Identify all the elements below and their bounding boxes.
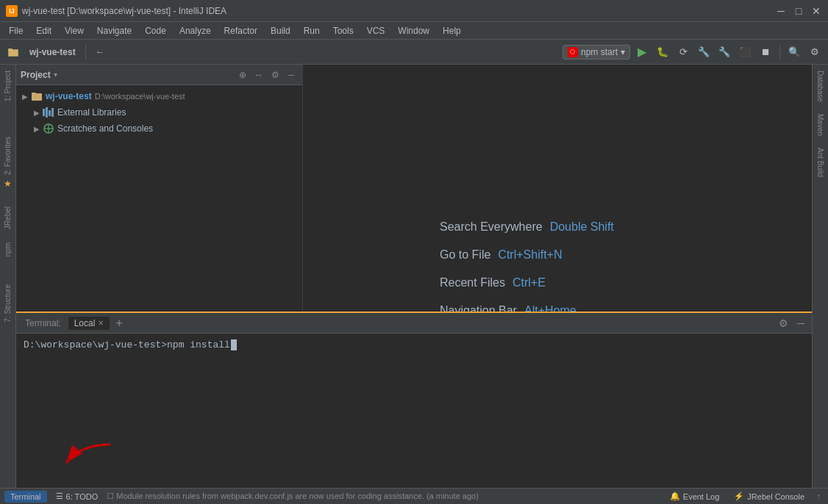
terminal-status-btn[interactable]: Terminal <box>4 491 47 503</box>
panel-close-btn[interactable]: ─ <box>285 68 298 82</box>
sidebar-item-ant-build[interactable]: Ant Build <box>815 142 826 183</box>
run-config-dropdown-icon: ▾ <box>621 47 625 57</box>
tree-item-scratches[interactable]: ▶ Scratches and Consoles <box>16 120 302 137</box>
panel-header: Project ▾ ⊕ ↔ ⚙ ─ <box>16 65 302 85</box>
sidebar-item-structure[interactable]: 7: Structure <box>4 281 12 325</box>
window-controls: ─ □ ✕ <box>775 5 822 17</box>
menu-code[interactable]: Code <box>139 24 172 37</box>
external-libs-icon <box>43 107 54 118</box>
run-button[interactable]: ▶ <box>633 43 651 61</box>
status-checkbox: ☐ <box>107 492 114 500</box>
shortcut-search-key: Double Shift <box>550 220 614 234</box>
toolbar-back-btn[interactable]: ← <box>91 43 109 61</box>
debug-button[interactable]: 🐛 <box>654 43 671 61</box>
favorites-star-icon: ★ <box>0 179 16 189</box>
svg-rect-4 <box>32 93 36 95</box>
run-coverage-button[interactable]: ⟳ <box>674 43 692 61</box>
jrebel-label: JRebel Console <box>747 492 804 501</box>
status-message-text: Module resolution rules from webpack.dev… <box>116 492 479 500</box>
jrebel-console-btn[interactable]: ⚡ JRebel Console <box>728 490 810 503</box>
sidebar-item-favorites[interactable]: 2: Favorites <box>4 134 12 178</box>
search-everywhere-btn[interactable]: 🔍 <box>785 43 803 61</box>
sidebar-item-maven[interactable]: Maven <box>815 108 826 142</box>
terminal-tab-bar: Terminal: Local ✕ + ⚙ ─ <box>16 313 812 334</box>
sidebar-item-npm[interactable]: npm <box>4 240 12 259</box>
tree-arrow-external-libs: ▶ <box>31 109 43 117</box>
tree-path-project: D:\workspace\wj-vue-test <box>95 92 185 101</box>
left-sidebar: 1: Project 2: Favorites ★ JRebel npm 7: … <box>0 65 16 488</box>
svg-rect-8 <box>51 108 54 117</box>
menu-refactor[interactable]: Refactor <box>218 24 263 37</box>
toolbar-extra-btn4[interactable]: ⏹ <box>757 43 774 61</box>
sidebar-item-database[interactable]: Database <box>815 65 826 108</box>
terminal-tab-close-btn[interactable]: ✕ <box>98 319 104 327</box>
menu-run[interactable]: Run <box>298 24 326 37</box>
svg-rect-2 <box>9 50 18 56</box>
tree-label-project: wj-vue-test <box>46 91 92 101</box>
menu-tools[interactable]: Tools <box>327 24 360 37</box>
maximize-button[interactable]: □ <box>793 5 804 17</box>
shortcut-recent-label: Recent Files <box>440 276 505 289</box>
terminal-minimize-btn[interactable]: ─ <box>794 316 807 331</box>
terminal-prompt: D:\workspace\wj-vue-test>npm install <box>24 339 804 350</box>
shortcut-goto-label: Go to File <box>440 248 490 262</box>
todo-status-label: 6: TODO <box>66 492 99 501</box>
menu-window[interactable]: Window <box>392 24 435 37</box>
toolbar-extra-btn2[interactable]: 🔧 <box>715 43 733 61</box>
close-button[interactable]: ✕ <box>810 5 822 17</box>
jrebel-icon: ⚡ <box>734 492 744 501</box>
menu-view[interactable]: View <box>59 24 90 37</box>
menu-bar: File Edit View Navigate Code Analyze Ref… <box>0 22 828 40</box>
terminal-local-tab[interactable]: Local ✕ <box>68 317 110 330</box>
project-folder-icon <box>31 90 43 102</box>
toolbar-extra-btn3[interactable]: ⬛ <box>736 43 754 61</box>
app-icon: IJ <box>6 5 18 17</box>
event-log-icon: 🔔 <box>670 492 680 501</box>
tree-label-scratches: Scratches and Consoles <box>57 123 153 134</box>
title-bar: IJ wj-vue-test [D:\workspace\wj-vue-test… <box>0 0 828 22</box>
terminal-command: D:\workspace\wj-vue-test>npm install <box>24 339 230 350</box>
menu-analyze[interactable]: Analyze <box>174 24 217 37</box>
event-log-label: Event Log <box>683 492 720 501</box>
panel-title: Project <box>21 70 51 80</box>
terminal-cursor <box>231 339 237 350</box>
status-expand-btn[interactable]: ↑ <box>813 490 824 503</box>
sidebar-item-project[interactable]: 1: Project <box>4 68 12 104</box>
menu-build[interactable]: Build <box>265 24 296 37</box>
terminal-add-tab-btn[interactable]: + <box>113 317 125 330</box>
menu-navigate[interactable]: Navigate <box>91 24 138 37</box>
terminal-panel: Terminal: Local ✕ + ⚙ ─ D:\workspace\wj-… <box>16 312 812 488</box>
svg-rect-6 <box>46 107 48 118</box>
panel-dropdown-icon[interactable]: ▾ <box>54 71 57 79</box>
shortcut-search-label: Search Everywhere <box>440 220 543 234</box>
run-config-selector[interactable]: ⬡ npm start ▾ <box>563 45 630 60</box>
menu-edit[interactable]: Edit <box>30 24 57 37</box>
tree-item-external-libs[interactable]: ▶ External Libraries <box>16 104 302 120</box>
menu-vcs[interactable]: VCS <box>361 24 391 37</box>
panel-collapse-btn[interactable]: ↔ <box>252 68 265 82</box>
sidebar-item-jrebel[interactable]: JRebel <box>4 204 12 232</box>
shortcut-recent-key: Ctrl+E <box>513 276 546 289</box>
panel-settings-btn[interactable]: ⚙ <box>268 68 282 82</box>
toolbar-separator <box>85 45 86 60</box>
toolbar-separator2 <box>779 45 780 60</box>
panel-add-btn[interactable]: ⊕ <box>236 68 249 82</box>
local-tab-label: Local <box>74 318 96 328</box>
npm-icon: ⬡ <box>568 47 578 57</box>
folder-icon <box>4 43 22 61</box>
minimize-button[interactable]: ─ <box>775 5 787 17</box>
shortcut-hint-recent: Recent Files Ctrl+E <box>440 276 675 289</box>
tree-item-project[interactable]: ▶ wj-vue-test D:\workspace\wj-vue-test <box>16 88 302 104</box>
terminal-status-label: Terminal <box>10 492 41 501</box>
menu-help[interactable]: Help <box>437 24 467 37</box>
svg-rect-5 <box>43 109 45 116</box>
menu-file[interactable]: File <box>3 24 29 37</box>
status-bar: Terminal ☰ 6: TODO ☐ Module resolution r… <box>0 488 828 504</box>
terminal-content[interactable]: D:\workspace\wj-vue-test>npm install <box>16 334 812 488</box>
toolbar-extra-btn1[interactable]: 🔧 <box>695 43 713 61</box>
shortcut-goto-key: Ctrl+Shift+N <box>498 248 562 262</box>
settings-btn[interactable]: ⚙ <box>806 43 824 61</box>
event-log-btn[interactable]: 🔔 Event Log <box>664 490 726 503</box>
todo-status-btn[interactable]: ☰ 6: TODO <box>50 490 104 503</box>
terminal-settings-btn[interactable]: ⚙ <box>776 316 791 331</box>
